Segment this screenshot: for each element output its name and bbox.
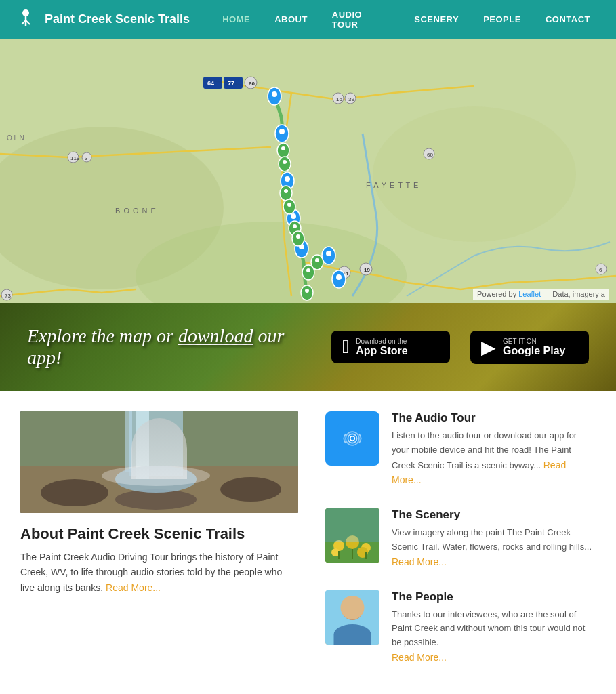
svg-point-76 (220, 477, 281, 502)
svg-text:B O O N E: B O O N E (115, 207, 157, 215)
svg-rect-96 (325, 508, 379, 542)
site-logo[interactable]: Paint Creek Scenic Trails (14, 7, 190, 32)
svg-text:64: 64 (207, 80, 214, 87)
about-text: The Paint Creek Audio Driving Tour bring… (20, 550, 298, 595)
svg-point-50 (326, 251, 331, 256)
main-nav: HOME ABOUT AUDIO TOUR SCENERY PEOPLE CON… (210, 0, 602, 39)
audio-icon (337, 424, 367, 453)
nav-audio-tour[interactable]: AUDIO TOUR (320, 0, 402, 39)
svg-point-98 (342, 598, 363, 620)
scenery-thumb (325, 508, 379, 563)
audio-tour-title: The Audio Tour (392, 411, 596, 425)
svg-point-81 (102, 466, 210, 486)
people-text: Thanks to our interviewees, who are the … (392, 608, 596, 666)
svg-rect-72 (20, 411, 298, 466)
audio-tour-thumb (325, 411, 379, 466)
about-title: About Paint Creek Scenic Trails (20, 525, 298, 543)
apple-icon:  (342, 336, 349, 358)
svg-text:19: 19 (364, 267, 370, 273)
svg-text:16: 16 (336, 96, 342, 102)
person-thumb (325, 590, 379, 645)
waterfall-image (20, 411, 298, 513)
svg-text:77: 77 (228, 80, 234, 87)
svg-text:60: 60 (427, 152, 433, 158)
audio-tour-info: The Audio Tour Listen to the audio tour … (392, 411, 596, 488)
nav-about[interactable]: ABOUT (262, 0, 320, 39)
nav-people[interactable]: PEOPLE (471, 0, 533, 39)
svg-point-6 (373, 106, 576, 242)
nav-home[interactable]: HOME (210, 0, 262, 39)
svg-text:39: 39 (348, 96, 354, 102)
about-read-more[interactable]: Read More... (106, 582, 161, 593)
play-icon: ▶ (481, 336, 496, 359)
app-store-large: App Store (356, 345, 407, 357)
svg-text:F A Y E T T E: F A Y E T T E (366, 181, 419, 189)
scenery-text: View imagery along the paint The Paint C… (392, 526, 596, 569)
app-store-small: Download on the (356, 338, 407, 345)
leaflet-link[interactable]: Leaflet (518, 290, 541, 298)
svg-point-52 (336, 274, 342, 280)
google-play-button[interactable]: ▶ GET IT ON Google Play (470, 331, 589, 364)
svg-point-0 (22, 9, 29, 16)
svg-point-40 (272, 91, 277, 97)
svg-point-74 (41, 479, 108, 506)
svg-point-62 (293, 224, 297, 228)
svg-text:6: 6 (599, 267, 602, 273)
svg-point-60 (287, 203, 291, 207)
scenery-image (325, 508, 379, 563)
svg-point-46 (291, 213, 296, 219)
map-section[interactable]: 64 77 60 64 19 B O O N E L O G A N O L N… (0, 39, 616, 303)
audio-tour-text: Listen to the audio tour or download our… (392, 429, 596, 488)
svg-text:3: 3 (85, 155, 88, 161)
person-image (325, 590, 379, 645)
map-svg: 64 77 60 64 19 B O O N E L O G A N O L N… (0, 39, 616, 303)
app-banner: Explore the map or download our app!  D… (0, 303, 616, 391)
svg-point-54 (281, 146, 285, 150)
logo-icon (14, 7, 38, 32)
svg-text:119: 119 (70, 155, 80, 161)
nav-contact[interactable]: CONTACT (533, 0, 602, 39)
app-store-button[interactable]:  Download on the App Store (331, 331, 450, 363)
svg-point-64 (296, 234, 300, 239)
nav-scenery[interactable]: SCENERY (402, 0, 471, 39)
banner-text: Explore the map or download our app! (27, 325, 311, 369)
map-attribution: Powered by Leaflet — Data, imagery a (473, 289, 609, 300)
people-read-more[interactable]: Read More... (392, 652, 447, 663)
main-content: About Paint Creek Scenic Trails The Pain… (0, 391, 616, 694)
scenery-title: The Scenery (392, 508, 596, 522)
svg-point-42 (279, 129, 285, 134)
svg-point-44 (285, 176, 290, 182)
scenery-feature: The Scenery View imagery along the paint… (325, 508, 596, 569)
svg-point-56 (283, 160, 287, 164)
svg-point-70 (315, 258, 319, 262)
svg-rect-97 (325, 590, 379, 645)
svg-rect-79 (125, 411, 132, 472)
audio-tour-feature: The Audio Tour Listen to the audio tour … (325, 411, 596, 488)
svg-rect-82 (337, 424, 367, 453)
svg-text:60: 60 (249, 81, 255, 87)
svg-text:O L N: O L N (7, 134, 24, 142)
scenery-info: The Scenery View imagery along the paint… (392, 508, 596, 569)
people-feature: The People Thanks to our interviewees, w… (325, 590, 596, 666)
svg-rect-78 (136, 411, 149, 479)
people-title: The People (392, 590, 596, 604)
svg-point-66 (306, 268, 310, 272)
left-column: About Paint Creek Scenic Trails The Pain… (20, 411, 298, 686)
logo-text: Paint Creek Scenic Trails (45, 12, 190, 26)
svg-point-100 (354, 606, 358, 610)
scenery-read-more[interactable]: Read More... (392, 556, 447, 567)
svg-point-68 (305, 289, 309, 293)
google-play-large: Google Play (503, 345, 565, 357)
people-info: The People Thanks to our interviewees, w… (392, 590, 596, 666)
svg-text:73: 73 (5, 293, 11, 299)
google-play-small: GET IT ON (503, 338, 565, 345)
svg-point-99 (348, 606, 351, 610)
svg-point-58 (284, 189, 288, 193)
site-header: Paint Creek Scenic Trails HOME ABOUT AUD… (0, 0, 616, 39)
right-column: The Audio Tour Listen to the audio tour … (325, 411, 596, 686)
